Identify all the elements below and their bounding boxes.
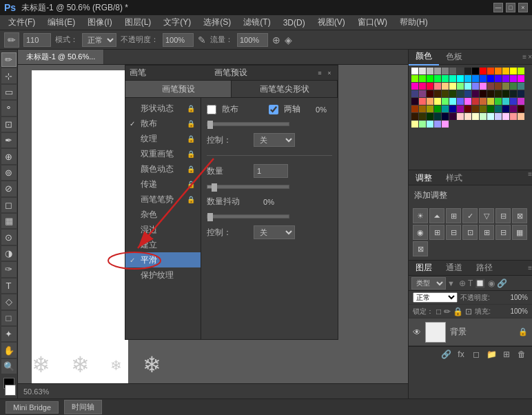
color-swatch[interactable] xyxy=(502,113,509,120)
color-swatch[interactable] xyxy=(411,113,418,120)
color-swatch[interactable] xyxy=(449,113,456,120)
color-swatch[interactable] xyxy=(487,83,494,90)
color-swatch[interactable] xyxy=(457,83,464,90)
bp-item-transfer[interactable]: 传递 🔒 xyxy=(125,176,201,192)
control-select-2[interactable]: 关 xyxy=(254,225,295,239)
add-style-btn[interactable]: fx xyxy=(455,348,467,361)
color-swatch[interactable] xyxy=(442,83,449,90)
color-swatch[interactable] xyxy=(518,105,524,112)
new-layer-btn[interactable]: ⊞ xyxy=(500,348,513,361)
color-swatch[interactable] xyxy=(411,121,418,128)
tool-clone[interactable]: ⊚ xyxy=(1,165,17,180)
bp-tab-preset[interactable]: 画笔预设 xyxy=(125,81,232,97)
bp-item-color-dynamics[interactable]: 颜色动态 🔒 xyxy=(125,161,201,176)
tool-path[interactable]: ◇ xyxy=(1,294,17,309)
color-swatch[interactable] xyxy=(495,75,502,82)
menu-filter[interactable]: 滤镜(T) xyxy=(238,15,276,30)
color-swatch[interactable] xyxy=(411,105,418,112)
bp-item-wet-edges[interactable]: 湿边 xyxy=(125,222,201,237)
color-swatch[interactable] xyxy=(510,83,517,90)
adj-photo-filter[interactable]: ◉ xyxy=(413,225,428,240)
color-swatch[interactable] xyxy=(502,68,509,74)
tool-brush[interactable]: ✏ xyxy=(1,52,17,67)
tool-text[interactable]: T xyxy=(1,279,17,293)
color-swatch[interactable] xyxy=(427,68,433,74)
color-swatch[interactable] xyxy=(427,90,433,97)
color-swatch[interactable] xyxy=(419,83,426,90)
color-swatch[interactable] xyxy=(464,75,471,82)
tab-adjustments[interactable]: 调整 xyxy=(409,170,439,185)
canvas-tab[interactable]: 未标题-1 @ 50.6%... xyxy=(18,50,104,64)
tab-styles[interactable]: 样式 xyxy=(439,170,469,185)
adj-brightness[interactable]: ☀ xyxy=(413,208,428,223)
adj-posterize[interactable]: ⊞ xyxy=(479,225,494,240)
color-swatch[interactable] xyxy=(472,113,479,120)
tool-move[interactable]: ⊹ xyxy=(1,68,17,83)
color-swatch[interactable] xyxy=(495,83,502,90)
tab-paths[interactable]: 路径 xyxy=(469,260,500,276)
color-swatch[interactable] xyxy=(419,121,426,128)
layer-blend-mode-select[interactable]: 正常 xyxy=(413,292,458,303)
adj-exposure[interactable]: ⊞ xyxy=(446,208,461,223)
bp-item-scatter[interactable]: ✓ 散布 🔒 xyxy=(125,116,201,131)
color-swatch[interactable] xyxy=(464,105,471,112)
color-swatch[interactable] xyxy=(457,105,464,112)
adj-threshold[interactable]: ⊟ xyxy=(495,225,511,240)
tool-dodge[interactable]: ◑ xyxy=(1,246,17,261)
tool-gradient[interactable]: ▦ xyxy=(1,214,17,228)
tab-layers[interactable]: 图层 xyxy=(409,260,439,276)
layer-visibility-toggle[interactable]: 👁 xyxy=(413,327,421,337)
adj-invert[interactable]: ⊡ xyxy=(462,225,478,240)
menu-file[interactable]: 文件(F) xyxy=(3,15,41,30)
color-swatch[interactable] xyxy=(480,105,487,112)
bp-item-brush-pose[interactable]: 画笔笔势 🔒 xyxy=(125,192,201,207)
adj-hsl[interactable]: ▽ xyxy=(479,208,494,223)
color-swatch[interactable] xyxy=(480,68,487,74)
color-swatch[interactable] xyxy=(487,98,494,105)
scatter-slider[interactable] xyxy=(207,122,289,126)
adj-vibrance[interactable]: ✓ xyxy=(462,208,478,223)
tool-eraser[interactable]: ◻ xyxy=(1,198,17,212)
color-swatch[interactable] xyxy=(457,113,464,120)
color-swatch[interactable] xyxy=(442,90,449,97)
adj-color-balance[interactable]: ⊟ xyxy=(495,208,511,223)
color-swatch[interactable] xyxy=(457,68,464,74)
adj-black-white[interactable]: ⊠ xyxy=(512,208,527,223)
count-jitter-slider-handle[interactable] xyxy=(207,213,213,221)
color-swatch[interactable] xyxy=(457,75,464,82)
color-swatch[interactable] xyxy=(411,83,418,90)
mini-bridge-btn[interactable]: Mini Bridge xyxy=(6,401,59,414)
flow-input[interactable] xyxy=(237,33,268,47)
color-swatch[interactable] xyxy=(518,83,524,90)
color-swatch[interactable] xyxy=(464,98,471,105)
brush-size-input[interactable] xyxy=(23,33,51,47)
color-swatch[interactable] xyxy=(449,105,456,112)
color-swatch[interactable] xyxy=(472,105,479,112)
color-swatch[interactable] xyxy=(419,105,426,112)
color-swatch[interactable] xyxy=(427,75,433,82)
menu-view[interactable]: 视图(V) xyxy=(312,15,351,30)
color-swatch[interactable] xyxy=(472,68,479,74)
color-swatch[interactable] xyxy=(480,98,487,105)
color-swatch[interactable] xyxy=(411,90,418,97)
adj-selective-color[interactable]: ⊠ xyxy=(413,241,428,256)
panel-close-btn[interactable]: × xyxy=(325,69,334,77)
color-swatch[interactable] xyxy=(464,68,471,74)
adj-panel-menu[interactable]: ≡ xyxy=(528,170,532,185)
tool-shape[interactable]: □ xyxy=(1,311,17,325)
color-swatch[interactable] xyxy=(419,113,426,120)
close-button[interactable]: × xyxy=(518,3,528,12)
tool-lasso[interactable]: ⚬ xyxy=(1,101,17,115)
color-swatch[interactable] xyxy=(434,75,441,82)
color-swatch[interactable] xyxy=(434,98,441,105)
color-swatch[interactable] xyxy=(487,90,494,97)
color-swatch[interactable] xyxy=(442,75,449,82)
color-swatch[interactable] xyxy=(434,121,441,128)
tool-crop[interactable]: ⊡ xyxy=(1,117,17,132)
color-swatch[interactable] xyxy=(480,90,487,97)
panel-menu-btn[interactable]: ≡ xyxy=(316,69,324,77)
bp-item-dual-brush[interactable]: 双重画笔 🔒 xyxy=(125,146,201,161)
color-swatch[interactable] xyxy=(472,98,479,105)
color-swatch[interactable] xyxy=(510,98,517,105)
tool-hand[interactable]: ✋ xyxy=(1,343,17,357)
